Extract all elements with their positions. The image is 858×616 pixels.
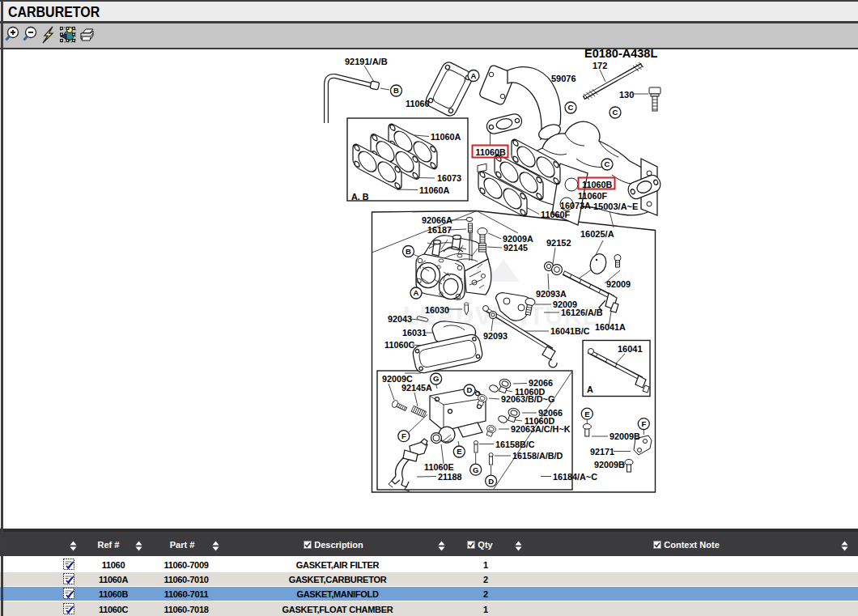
svg-text:21188: 21188: [438, 472, 461, 482]
svg-text:16030: 16030: [425, 305, 449, 315]
svg-text:B: B: [393, 86, 399, 95]
svg-text:92009B: 92009B: [594, 460, 625, 469]
svg-text:92063/B/D~G: 92063/B/D~G: [501, 394, 554, 404]
svg-text:172: 172: [593, 61, 607, 70]
svg-text:92093: 92093: [483, 331, 508, 341]
svg-text:G: G: [433, 374, 439, 383]
svg-text:92093A: 92093A: [536, 289, 567, 299]
svg-text:E: E: [584, 410, 589, 418]
svg-text:92152: 92152: [546, 238, 571, 248]
svg-text:E: E: [457, 447, 461, 456]
svg-text:A: A: [471, 71, 477, 80]
svg-text:A. B: A. B: [351, 192, 369, 202]
svg-text:92009: 92009: [606, 279, 631, 289]
svg-text:16073: 16073: [437, 173, 461, 183]
svg-text:92171: 92171: [590, 447, 614, 457]
svg-text:C: C: [605, 159, 610, 168]
svg-text:92043: 92043: [388, 314, 412, 324]
svg-text:F: F: [401, 431, 406, 440]
svg-text:16184/A~C: 16184/A~C: [553, 472, 597, 482]
svg-text:F: F: [641, 419, 646, 428]
svg-text:130: 130: [619, 90, 634, 100]
svg-text:16041: 16041: [618, 344, 643, 354]
svg-text:C: C: [613, 108, 618, 117]
svg-text:E0180-A438L: E0180-A438L: [584, 47, 657, 60]
svg-text:92191/A/B: 92191/A/B: [345, 57, 388, 66]
svg-text:11060E: 11060E: [424, 462, 454, 472]
svg-text:11060F: 11060F: [541, 210, 570, 219]
svg-text:11060C: 11060C: [384, 340, 414, 350]
svg-text:16187: 16187: [427, 225, 452, 235]
svg-text:A: A: [587, 384, 593, 394]
svg-text:C: C: [568, 103, 574, 112]
svg-text:D: D: [467, 385, 473, 394]
svg-text:92063A/C/H~K: 92063A/C/H~K: [511, 424, 571, 434]
svg-text:11060F: 11060F: [578, 191, 607, 201]
svg-text:92145A: 92145A: [401, 383, 432, 393]
svg-text:11060B: 11060B: [582, 180, 612, 189]
svg-text:16041B/C: 16041B/C: [550, 326, 590, 336]
svg-text:11060A: 11060A: [419, 185, 449, 195]
svg-text:16025/A: 16025/A: [580, 229, 614, 239]
svg-text:92145: 92145: [503, 243, 528, 253]
svg-text:G: G: [473, 465, 478, 474]
svg-text:92009B: 92009B: [610, 431, 640, 441]
svg-text:15003/A~E: 15003/A~E: [593, 202, 638, 211]
svg-text:D: D: [488, 477, 494, 486]
svg-text:B: B: [406, 247, 411, 256]
svg-text:16041A: 16041A: [595, 322, 626, 332]
svg-text:16158B/C: 16158B/C: [495, 440, 535, 449]
svg-text:11060: 11060: [406, 99, 429, 108]
svg-text:11060A: 11060A: [431, 132, 461, 142]
svg-text:92066A: 92066A: [422, 215, 452, 225]
svg-text:16158/A/B/D: 16158/A/B/D: [512, 451, 563, 461]
svg-text:A: A: [414, 288, 419, 297]
svg-text:59076: 59076: [551, 74, 576, 83]
svg-text:16031: 16031: [402, 328, 427, 338]
svg-text:11060B: 11060B: [476, 147, 506, 157]
svg-text:16126/A/B: 16126/A/B: [561, 308, 603, 317]
